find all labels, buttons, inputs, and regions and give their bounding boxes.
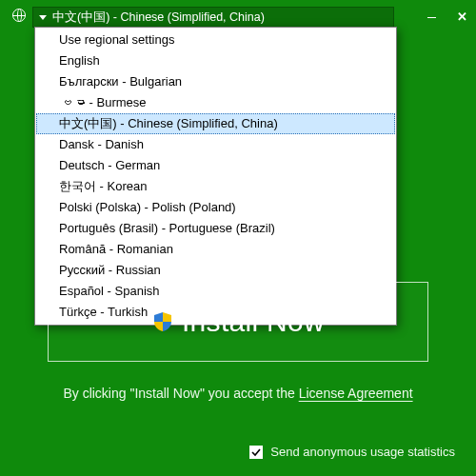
language-option[interactable]: 中文(中国) - Chinese (Simplified, China) xyxy=(36,113,395,134)
license-agreement-link[interactable]: License Agreement xyxy=(299,386,413,401)
language-option[interactable]: ဗမာ - Burmese xyxy=(36,92,395,113)
usage-stats-label: Send anonymous usage statistics xyxy=(270,445,455,459)
globe-icon xyxy=(6,9,32,26)
title-bar: 中文(中国) - Chinese (Simplified, China) xyxy=(0,6,476,29)
usage-stats-checkbox[interactable] xyxy=(249,446,263,459)
install-button[interactable]: Install Now xyxy=(48,282,428,362)
install-button-label: Install Now xyxy=(182,306,325,338)
close-button[interactable]: ✕ xyxy=(455,10,468,24)
minimize-icon xyxy=(427,17,436,18)
window-controls: ✕ xyxy=(425,6,468,27)
language-option[interactable]: Русский - Russian xyxy=(36,260,395,281)
language-selected-label: 中文(中国) - Chinese (Simplified, China) xyxy=(52,10,265,26)
language-option[interactable]: Dansk - Danish xyxy=(36,134,395,155)
language-option[interactable]: Use regional settings xyxy=(36,30,395,50)
language-dropdown[interactable]: Use regional settingsEnglishБългарски - … xyxy=(34,27,397,326)
language-option[interactable]: Български - Bulgarian xyxy=(36,71,395,92)
license-text: By clicking "Install Now" you accept the… xyxy=(0,386,476,401)
language-option[interactable]: Română - Romanian xyxy=(36,239,395,260)
language-option[interactable]: English xyxy=(36,50,395,71)
chevron-down-icon xyxy=(39,15,47,20)
checkmark-icon xyxy=(250,446,262,458)
minimize-button[interactable] xyxy=(425,10,438,24)
language-combobox[interactable]: 中文(中国) - Chinese (Simplified, China) xyxy=(32,7,394,28)
uac-shield-icon xyxy=(151,310,174,333)
license-prefix: By clicking "Install Now" you accept the xyxy=(63,386,298,401)
usage-stats-row: Send anonymous usage statistics xyxy=(249,445,455,459)
language-option[interactable]: Polski (Polska) - Polish (Poland) xyxy=(36,197,395,218)
language-option[interactable]: 한국어 - Korean xyxy=(36,176,395,197)
language-option[interactable]: Português (Brasil) - Portuguese (Brazil) xyxy=(36,218,395,239)
language-option[interactable]: Deutsch - German xyxy=(36,155,395,176)
